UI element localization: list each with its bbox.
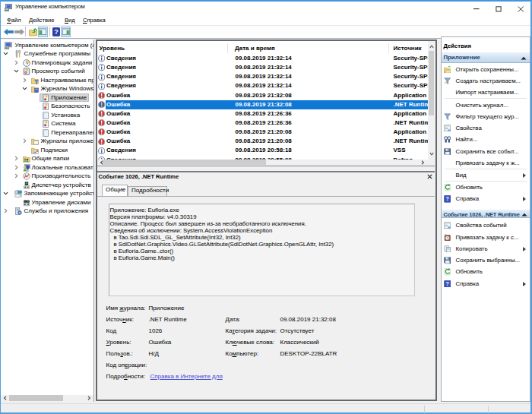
svg-text:?: ? <box>445 197 448 203</box>
svg-text:?: ? <box>54 28 59 36</box>
svg-text:?: ? <box>445 281 448 287</box>
